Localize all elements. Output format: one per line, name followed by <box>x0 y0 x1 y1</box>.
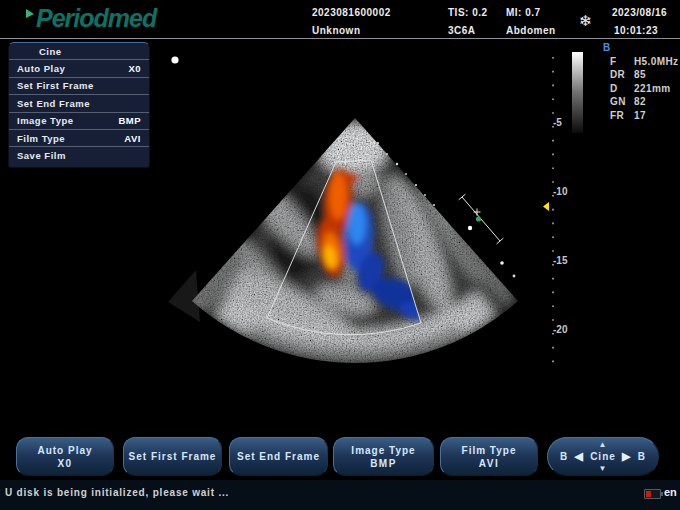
menu-item-label: Save Film <box>17 150 66 161</box>
menu-item-auto-play[interactable]: Auto Play X0 <box>9 60 149 77</box>
film-type-button[interactable]: Film Type AVI <box>440 437 538 476</box>
menu-title: Cine <box>9 43 149 60</box>
exam-id: 2023081600002 <box>312 7 391 18</box>
nav-up-icon[interactable]: ▲ <box>548 440 658 449</box>
param-label: DR <box>610 68 634 81</box>
menu-item-set-first-frame[interactable]: Set First Frame <box>9 78 149 95</box>
tis-value: TIS: 0.2 <box>448 7 488 18</box>
button-label: Image Type <box>351 445 415 456</box>
param-label: D <box>610 82 634 95</box>
image-type-button[interactable]: Image Type BMP <box>333 437 434 476</box>
param-dynamic-range: DR 85 <box>610 68 678 81</box>
depth-label: -15 <box>553 255 568 266</box>
top-bar-separator <box>0 38 680 39</box>
menu-item-save-film[interactable]: Save Film <box>9 147 149 163</box>
brand-logo: Periodmed <box>36 2 156 34</box>
set-first-frame-button[interactable]: Set First Frame <box>123 437 222 476</box>
status-message: U disk is being initialized, please wait… <box>5 487 229 498</box>
system-date: 2023/08/16 <box>612 7 667 18</box>
param-label: GN <box>610 95 634 108</box>
nav-prev-icon[interactable]: ◀ <box>574 450 583 463</box>
nav-right-mode-label[interactable]: B <box>638 451 646 462</box>
menu-item-label: Set First Frame <box>17 80 94 91</box>
probe-name: 3C6A <box>448 25 476 36</box>
set-end-frame-button[interactable]: Set End Frame <box>229 437 328 476</box>
menu-item-set-end-frame[interactable]: Set End Frame <box>9 95 149 112</box>
grayscale-bar <box>572 52 583 133</box>
button-label: Film Type <box>462 445 517 456</box>
auto-play-button[interactable]: Auto Play X0 <box>16 437 114 476</box>
logo-triangle-icon <box>26 9 34 18</box>
battery-level <box>646 491 651 497</box>
bright-reflector <box>513 275 516 278</box>
button-label: Auto Play <box>37 445 92 456</box>
battery-icon <box>644 489 661 499</box>
orientation-marker <box>171 56 178 63</box>
button-value: AVI <box>479 458 499 469</box>
menu-item-label: Image Type <box>17 115 74 126</box>
param-gain: GN 82 <box>610 95 678 108</box>
button-label: Set First Frame <box>129 451 217 462</box>
language-indicator: en <box>664 486 677 498</box>
param-value: 17 <box>634 109 646 122</box>
image-parameters: F H5.0MHz DR 85 D 221mm GN 82 FR 17 <box>610 55 678 122</box>
menu-title-label: Cine <box>39 46 62 57</box>
battery-nub <box>661 492 663 496</box>
freeze-snowflake-icon: ❄ <box>579 12 592 30</box>
button-label: Set End Frame <box>237 451 320 462</box>
nav-center-label: Cine <box>590 451 616 462</box>
depth-label: -10 <box>553 186 568 197</box>
nav-down-icon[interactable]: ▼ <box>548 464 658 473</box>
menu-item-label: Film Type <box>17 133 65 144</box>
button-value: X0 <box>57 458 72 469</box>
focus-marker[interactable] <box>543 202 549 211</box>
status-bar: U disk is being initialized, please wait… <box>0 480 680 510</box>
nav-left-mode-label[interactable]: B <box>560 451 568 462</box>
menu-item-image-type[interactable]: Image Type BMP <box>9 113 149 130</box>
menu-item-value: BMP <box>118 115 141 126</box>
param-frame-rate: FR 17 <box>610 109 678 122</box>
param-value: 82 <box>634 95 646 108</box>
sidelobe-artifact <box>168 270 200 322</box>
system-time: 10:01:23 <box>614 25 658 36</box>
mi-value: MI: 0.7 <box>506 7 541 18</box>
menu-item-value: X0 <box>128 63 141 74</box>
bright-reflector <box>468 226 472 230</box>
menu-item-value: AVI <box>124 133 141 144</box>
caliper-cursor-dot[interactable] <box>476 216 481 221</box>
param-label: FR <box>610 109 634 122</box>
nav-next-icon[interactable]: ▶ <box>622 450 631 463</box>
param-value: 85 <box>634 68 646 81</box>
mode-indicator: B <box>603 42 610 53</box>
menu-item-label: Set End Frame <box>17 98 90 109</box>
cine-context-menu: Cine Auto Play X0 Set First Frame Set En… <box>8 42 150 168</box>
param-label: F <box>610 55 634 68</box>
cine-nav-control[interactable]: ▲ B ◀ Cine ▶ B ▼ <box>547 437 659 476</box>
exam-preset: Abdomen <box>506 25 556 36</box>
depth-label: -5 <box>553 117 562 128</box>
button-value: BMP <box>370 458 397 469</box>
bright-reflector <box>500 261 504 265</box>
menu-item-film-type[interactable]: Film Type AVI <box>9 130 149 147</box>
param-value: H5.0MHz <box>634 55 678 68</box>
menu-item-label: Auto Play <box>17 63 65 74</box>
patient-name: Unknown <box>312 25 361 36</box>
param-value: 221mm <box>634 82 670 95</box>
depth-label: -20 <box>553 324 568 335</box>
param-frequency: F H5.0MHz <box>610 55 678 68</box>
top-bar: Periodmed 2023081600002 Unknown TIS: 0.2… <box>0 0 680 38</box>
param-depth: D 221mm <box>610 82 678 95</box>
